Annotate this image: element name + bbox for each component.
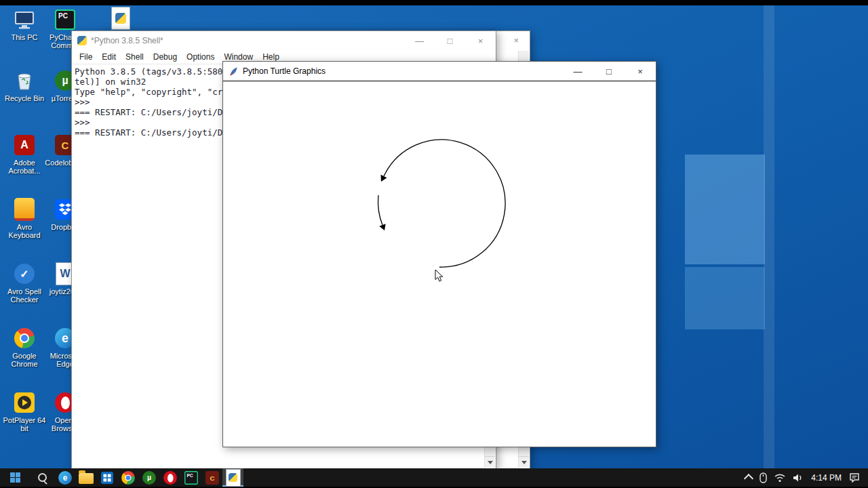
taskbar-app-file-explorer[interactable] [75, 468, 96, 487]
close-icon[interactable]: × [513, 35, 519, 45]
shell-window-title: *Python 3.8.5 Shell* [91, 36, 163, 45]
mouse-device-icon[interactable] [760, 472, 767, 483]
store-icon [100, 471, 114, 485]
adobe-acrobat-icon: A [12, 134, 37, 157]
menu-file[interactable]: File [75, 52, 97, 62]
avro-spell-checker-icon: ✓ [12, 262, 37, 285]
turtle-window-title: Python Turtle Graphics [243, 66, 326, 76]
microsoft-edge-icon: e [58, 471, 72, 485]
this-pc-icon [12, 8, 37, 31]
python-file-icon [108, 7, 133, 30]
menu-debug[interactable]: Debug [149, 52, 182, 62]
network-icon[interactable] [774, 473, 785, 483]
search-button[interactable] [30, 468, 54, 487]
opera-icon [163, 471, 177, 485]
taskbar-app-python-idle[interactable] [222, 468, 243, 487]
turtle-drawing [223, 81, 654, 446]
action-center-icon[interactable] [849, 472, 860, 483]
menu-options[interactable]: Options [182, 52, 219, 62]
search-icon [38, 473, 47, 482]
maximize-button[interactable]: □ [435, 31, 465, 50]
utorrent-icon: µ [142, 471, 156, 485]
potplayer-icon [12, 391, 37, 414]
menu-shell[interactable]: Shell [121, 52, 149, 62]
taskbar-app-chrome[interactable] [117, 468, 138, 487]
menu-window[interactable]: Window [219, 52, 258, 62]
maximize-button[interactable]: □ [593, 62, 625, 81]
taskbar-app-edge[interactable]: e [54, 468, 75, 487]
python-icon [77, 36, 87, 45]
minimize-button[interactable]: — [562, 62, 593, 81]
pycharm-icon: PC [53, 8, 77, 31]
taskbar-app-pycharm[interactable]: PC [180, 468, 201, 487]
desktop: This PC Recycle Bin A Adobe Acrobat... A… [0, 5, 868, 468]
turtle-graphics-window[interactable]: Python Turtle Graphics — □ × [222, 61, 656, 447]
minimize-button[interactable]: — [404, 31, 435, 50]
menu-edit[interactable]: Edit [97, 52, 121, 62]
pycharm-icon: PC [184, 471, 198, 485]
mouse-cursor [435, 269, 444, 285]
clock[interactable]: 4:14 PM [811, 473, 842, 483]
tray-expand-icon[interactable] [744, 474, 753, 483]
wallpaper-shape [685, 155, 765, 264]
taskbar-app-store[interactable] [96, 468, 117, 487]
close-button[interactable]: × [465, 31, 496, 50]
volume-icon[interactable] [793, 473, 804, 483]
shell-titlebar[interactable]: *Python 3.8.5 Shell* — □ × [72, 31, 496, 50]
folder-icon [79, 473, 94, 484]
taskbar-app-opera[interactable] [159, 468, 180, 487]
menu-help[interactable]: Help [258, 52, 284, 62]
avro-keyboard-icon [12, 198, 37, 221]
wallpaper-beam [764, 5, 774, 468]
scroll-down-icon[interactable] [519, 456, 529, 468]
wallpaper-shape [685, 267, 765, 329]
start-button[interactable] [0, 468, 30, 487]
taskbar-app-utorrent[interactable]: µ [138, 468, 159, 487]
windows-logo-icon [10, 472, 20, 483]
taskbar: e µ PC C 4:14 PM [0, 468, 868, 487]
turtle-canvas[interactable] [223, 81, 656, 447]
close-button[interactable]: × [625, 62, 656, 81]
google-chrome-icon [12, 327, 37, 350]
python-idle-icon [226, 469, 241, 487]
taskbar-app-codelobster[interactable]: C [201, 468, 222, 487]
system-tray: 4:14 PM [745, 472, 868, 483]
google-chrome-icon [121, 471, 135, 485]
scroll-down-icon[interactable] [485, 456, 495, 468]
desktop-icon-python-file[interactable] [96, 7, 145, 32]
turtle-titlebar[interactable]: Python Turtle Graphics — □ × [223, 62, 656, 81]
tk-feather-icon [229, 66, 239, 77]
recycle-bin-icon [12, 69, 37, 92]
codelobster-icon: C [205, 471, 219, 485]
